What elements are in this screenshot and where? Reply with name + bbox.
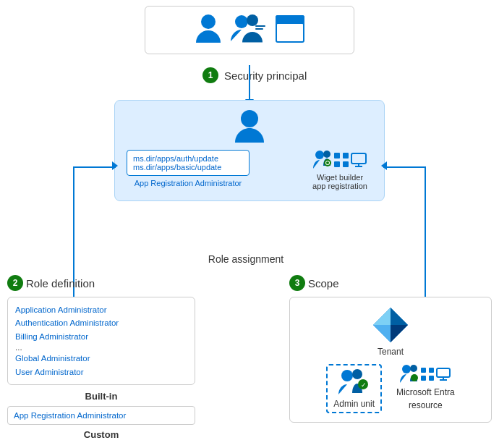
group-icon [231, 14, 267, 46]
role-billing-admin: Billing Administrator [15, 330, 187, 343]
widget-label-line2: app registration [312, 182, 367, 190]
role-app-admin: Application Administrator [15, 303, 187, 316]
perm-line-1: ms.dir/apps/auth/update [133, 154, 243, 163]
right-h-top-connector [383, 166, 426, 168]
tenant-label: Tenant [378, 347, 404, 357]
svg-point-32 [411, 374, 418, 381]
role-user-admin: User Administrator [15, 365, 187, 379]
tenant-icon [372, 306, 409, 344]
svg-point-27 [352, 369, 362, 379]
step2-circle: 2 [7, 275, 23, 291]
step3-text: Scope [308, 277, 339, 289]
svg-rect-35 [421, 376, 426, 381]
role-assignment-box: ms.dir/apps/auth/update ms.dir/apps/basi… [114, 100, 385, 201]
scope-section: 3 Scope Tenant [289, 275, 492, 423]
svg-point-31 [410, 365, 417, 372]
svg-point-13 [326, 161, 329, 164]
step2-text: Role definition [26, 277, 95, 289]
scope-resources-row: ✓ Admin unit [326, 364, 454, 413]
svg-marker-23 [373, 325, 391, 342]
ra-content-row: ms.dir/apps/auth/update ms.dir/apps/basi… [127, 150, 372, 190]
tenant-item: Tenant [372, 306, 409, 357]
left-arrow [112, 161, 118, 170]
ms-entra-item: Microsoft Entra resource [396, 364, 455, 410]
svg-point-1 [235, 15, 248, 28]
svg-text:✓: ✓ [361, 381, 367, 389]
perm-line-2: ms.dir/apps/basic/update [133, 163, 243, 172]
role-definition-section: 2 Role definition Application Administra… [7, 275, 195, 444]
widget-label-line1: Wiget builder [317, 173, 363, 182]
step1-label: 1 Security principal [202, 67, 307, 83]
arrow-down-connector [249, 65, 250, 100]
svg-rect-7 [277, 24, 303, 41]
svg-rect-14 [334, 153, 340, 159]
right-arrow [381, 161, 387, 170]
svg-rect-16 [334, 161, 340, 167]
admin-label: App Registration Administrator [127, 179, 250, 187]
svg-rect-33 [421, 368, 426, 373]
role-global-admin: Global Administrator [15, 352, 187, 365]
permissions-box: ms.dir/apps/auth/update ms.dir/apps/basi… [127, 150, 250, 176]
svg-point-9 [315, 151, 324, 159]
widget-icons [313, 150, 367, 170]
step1-text: Security principal [224, 69, 307, 82]
widget-column: Wiget builder app registration [307, 150, 372, 190]
admin-unit-label: Admin unit [333, 399, 375, 409]
svg-rect-18 [351, 153, 366, 164]
svg-rect-17 [343, 161, 349, 167]
builtin-label: Built-in [7, 391, 195, 402]
svg-marker-25 [391, 325, 408, 342]
scope-inner-box: Tenant ✓ Admin unit [289, 297, 492, 423]
step3-circle: 3 [289, 275, 305, 291]
admin-unit-item: ✓ Admin unit [326, 364, 382, 413]
custom-label: Custom [7, 429, 195, 440]
role-dots: ... [15, 343, 187, 352]
step2-label-row: 2 Role definition [7, 275, 195, 291]
svg-rect-15 [343, 153, 349, 159]
ms-entra-label-line2: resource [409, 400, 443, 410]
builtin-roles-box: Application Administrator Authentication… [7, 297, 195, 385]
svg-point-2 [247, 14, 258, 26]
app-icon [276, 15, 304, 45]
svg-marker-24 [373, 308, 391, 325]
svg-point-8 [241, 110, 258, 127]
step3-label-row: 3 Scope [289, 275, 492, 291]
custom-role-text: App Registration Administrator [14, 411, 126, 420]
svg-marker-22 [391, 308, 408, 325]
perms-column: ms.dir/apps/auth/update ms.dir/apps/basi… [127, 150, 250, 187]
left-h-top-connector [73, 166, 116, 168]
svg-rect-4 [255, 28, 263, 30]
svg-rect-34 [429, 368, 434, 373]
person-icon [195, 14, 222, 46]
svg-point-26 [341, 370, 353, 381]
svg-point-30 [402, 365, 411, 373]
ms-entra-label-line1: Microsoft Entra [396, 387, 455, 397]
role-auth-admin: Authentication Administrator [15, 316, 187, 329]
svg-rect-6 [276, 15, 304, 22]
step1-circle: 1 [202, 67, 218, 83]
svg-point-10 [323, 151, 330, 158]
custom-role-box: App Registration Administrator [7, 406, 195, 425]
svg-rect-3 [255, 25, 265, 27]
svg-rect-37 [437, 368, 450, 377]
role-assignment-title: Role assignment [166, 253, 325, 265]
ra-person [127, 109, 372, 144]
svg-rect-36 [429, 376, 434, 381]
security-principal-box [145, 6, 354, 54]
svg-point-0 [201, 14, 216, 29]
